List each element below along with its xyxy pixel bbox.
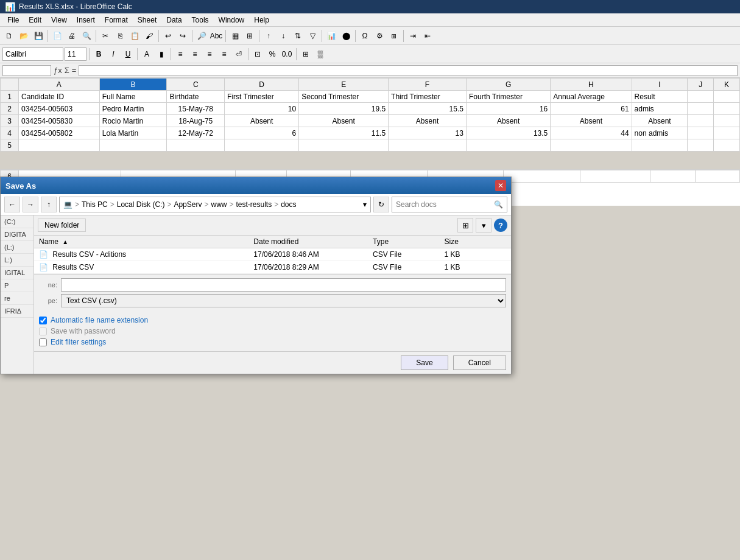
dialog-title-bar: Save As ✕ bbox=[1, 177, 511, 194]
breadcrumb-icon: 💻 bbox=[63, 200, 72, 206]
bc-appserv[interactable]: AppServ bbox=[174, 200, 202, 206]
save-as-dialog: Save As ✕ ← → ↑ 💻 > This PC > Local Disk… bbox=[0, 177, 512, 206]
bc-docs[interactable]: docs bbox=[281, 200, 296, 206]
search-box: 🔍 bbox=[392, 197, 507, 206]
back-btn[interactable]: ← bbox=[4, 197, 20, 206]
nav-bar: ← → ↑ 💻 > This PC > Local Disk (C:) > Ap… bbox=[1, 194, 511, 206]
dialog-close-btn[interactable]: ✕ bbox=[495, 180, 506, 191]
bc-dropdown-icon[interactable]: ▾ bbox=[363, 200, 367, 206]
forward-btn[interactable]: → bbox=[23, 197, 38, 206]
bc-www[interactable]: www bbox=[211, 200, 227, 206]
refresh-btn[interactable]: ↻ bbox=[373, 197, 389, 206]
up-btn[interactable]: ↑ bbox=[41, 197, 57, 206]
search-icon: 🔍 bbox=[494, 200, 503, 206]
bc-test-results[interactable]: test-results bbox=[236, 200, 272, 206]
bc-local-disk[interactable]: Local Disk (C:) bbox=[117, 200, 165, 206]
search-input[interactable] bbox=[396, 200, 492, 206]
dialog-title-text: Save As bbox=[5, 181, 36, 191]
dialog-overlay: Save As ✕ ← → ↑ 💻 > This PC > Local Disk… bbox=[0, 0, 740, 206]
breadcrumb: 💻 > This PC > Local Disk (C:) > AppServ … bbox=[59, 197, 371, 206]
bc-this-pc[interactable]: This PC bbox=[82, 200, 108, 206]
